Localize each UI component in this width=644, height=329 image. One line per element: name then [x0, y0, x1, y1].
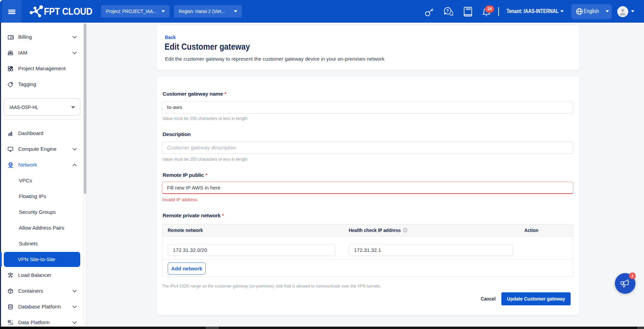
svg-text:?: ? [446, 9, 449, 13]
